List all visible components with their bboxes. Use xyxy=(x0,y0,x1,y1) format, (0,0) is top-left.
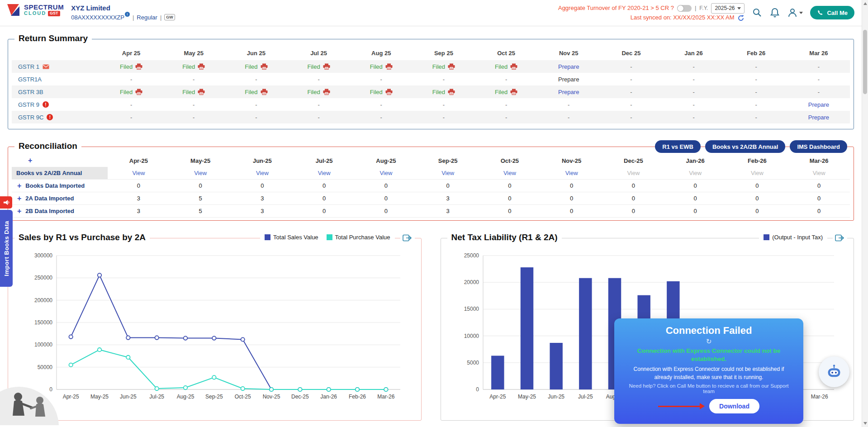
return-form-name[interactable]: GSTR1A xyxy=(18,76,42,83)
return-status-cell: Filed xyxy=(475,60,537,73)
brand-line2: CLOUD xyxy=(24,11,46,16)
print-icon[interactable] xyxy=(323,63,330,70)
info-icon[interactable]: i xyxy=(125,12,130,17)
filed-status: Filed xyxy=(120,63,133,70)
prepare-link[interactable]: Prepare xyxy=(808,114,829,121)
print-icon[interactable] xyxy=(135,63,142,70)
return-form-name[interactable]: GSTR 9 xyxy=(18,101,39,108)
view-link: View xyxy=(813,170,825,176)
svg-text:Jan-26: Jan-26 xyxy=(321,394,337,400)
chatbot-button[interactable] xyxy=(819,356,849,387)
recon-value-cell: 5 xyxy=(170,205,232,218)
prepare-link[interactable]: Prepare xyxy=(808,101,829,108)
recon-month: Mar-26 xyxy=(788,154,850,167)
recon-value-cell: 0 xyxy=(293,180,355,192)
reconciliation-section: Reconciliation R1 vs EWBBooks vs 2A/2B A… xyxy=(8,147,854,221)
print-icon[interactable] xyxy=(323,89,330,95)
svg-text:200000: 200000 xyxy=(34,297,52,304)
return-status-cell: - xyxy=(663,60,725,73)
search-icon[interactable] xyxy=(752,7,763,18)
robot-icon xyxy=(825,363,843,380)
recon-button-0[interactable]: R1 vs EWB xyxy=(655,140,701,153)
announcement-icon[interactable] xyxy=(0,196,12,209)
return-status-cell: - xyxy=(413,98,475,111)
print-icon[interactable] xyxy=(448,63,455,70)
view-link[interactable]: View xyxy=(441,170,454,176)
scroll-up-icon[interactable] xyxy=(863,2,867,5)
scrollbar[interactable] xyxy=(862,0,868,427)
dash: - xyxy=(130,101,132,108)
svg-text:Jun-25: Jun-25 xyxy=(548,394,564,400)
dash: - xyxy=(818,76,820,83)
return-form-name[interactable]: GSTR 9C xyxy=(18,114,43,121)
scroll-down-icon[interactable] xyxy=(863,422,867,425)
expand-all-button[interactable]: + xyxy=(28,157,32,165)
gw-icon[interactable]: GW xyxy=(164,14,175,20)
popup-highlight-text: Connection with Express Connector could … xyxy=(625,347,792,363)
call-me-label: Call Me xyxy=(827,9,848,16)
turnover-toggle[interactable] xyxy=(677,5,692,12)
print-icon[interactable] xyxy=(261,89,268,95)
print-icon[interactable] xyxy=(448,89,455,95)
view-link[interactable]: View xyxy=(379,170,392,176)
export-icon[interactable] xyxy=(400,233,415,244)
gst-badge: GST xyxy=(48,11,60,16)
svg-text:Aug-25: Aug-25 xyxy=(177,394,194,400)
return-status-cell: - xyxy=(162,73,225,85)
svg-text:Apr-25: Apr-25 xyxy=(489,394,506,400)
return-summary-month: Nov 25 xyxy=(537,46,600,60)
legend-swatch xyxy=(764,234,769,240)
view-link[interactable]: View xyxy=(318,170,331,176)
recon-month: Apr-25 xyxy=(108,154,170,167)
print-icon[interactable] xyxy=(198,89,205,95)
return-form-name[interactable]: GSTR 3B xyxy=(18,89,43,95)
recon-view-cell: View xyxy=(602,167,664,180)
registration-type: Regular xyxy=(137,14,157,21)
return-summary-table: Apr 25May 25Jun 25Jul 25Aug 25Sep 25Oct … xyxy=(12,46,850,123)
print-icon[interactable] xyxy=(198,63,205,70)
view-link[interactable]: View xyxy=(503,170,516,176)
recon-button-1[interactable]: Books vs 2A/2B Annual xyxy=(705,140,785,153)
expand-row-button[interactable]: + xyxy=(17,207,21,215)
user-menu[interactable] xyxy=(787,7,803,18)
return-status-cell: Filed xyxy=(413,85,475,98)
view-link[interactable]: View xyxy=(194,170,207,176)
return-status-cell: - xyxy=(600,73,662,85)
print-icon[interactable] xyxy=(135,89,142,95)
return-status-cell: - xyxy=(725,85,787,98)
expand-row-button[interactable]: + xyxy=(17,195,21,203)
view-link[interactable]: View xyxy=(565,170,578,176)
app-logo[interactable]: SPECTRUM CLOUDGST xyxy=(6,3,64,17)
call-me-button[interactable]: Call Me xyxy=(810,6,854,19)
refresh-icon[interactable] xyxy=(737,14,745,22)
print-icon[interactable] xyxy=(261,63,268,70)
export-icon[interactable] xyxy=(833,233,847,244)
print-icon[interactable] xyxy=(510,89,517,95)
print-icon[interactable] xyxy=(385,63,393,70)
return-row-label: GSTR 1 xyxy=(12,60,100,73)
envelope-icon[interactable] xyxy=(43,64,49,69)
print-icon[interactable] xyxy=(385,89,393,95)
prepare-link[interactable]: Prepare xyxy=(558,76,579,83)
svg-text:Feb-26: Feb-26 xyxy=(349,394,366,400)
prepare-link[interactable]: Prepare xyxy=(558,89,579,95)
expand-row-button[interactable]: + xyxy=(17,182,21,190)
download-button[interactable]: Download xyxy=(709,399,759,413)
notifications-icon[interactable] xyxy=(770,7,780,18)
return-form-name[interactable]: GSTR 1 xyxy=(18,63,39,70)
print-icon[interactable] xyxy=(510,63,517,70)
prepare-link[interactable]: Prepare xyxy=(558,63,579,70)
dash: - xyxy=(630,76,632,83)
view-link[interactable]: View xyxy=(256,170,269,176)
return-status-cell: - xyxy=(225,111,287,123)
dash: - xyxy=(193,101,194,108)
import-books-data-tab[interactable]: Import Books Data xyxy=(0,210,13,287)
dash: - xyxy=(318,101,319,108)
return-status-cell: Prepare xyxy=(537,60,600,73)
return-row-label: GSTR 9! xyxy=(12,98,100,111)
view-link[interactable]: View xyxy=(132,170,145,176)
recon-button-2[interactable]: IMS Dashboard xyxy=(790,140,847,153)
fy-select[interactable]: 2025-26 xyxy=(711,3,745,14)
scrollbar-thumb[interactable] xyxy=(863,30,867,94)
view-link: View xyxy=(627,170,640,176)
